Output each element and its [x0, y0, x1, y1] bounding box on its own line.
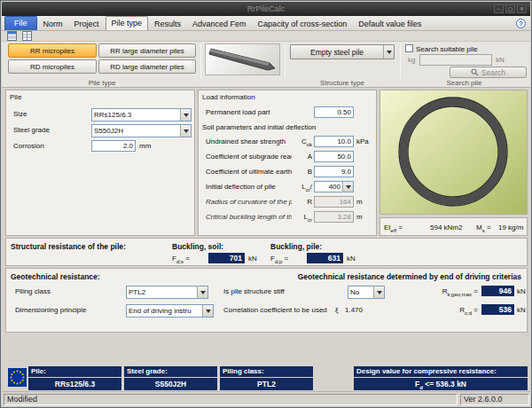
tab-project[interactable]: Project — [69, 18, 105, 30]
ei-sym: EI — [384, 224, 391, 231]
field-value: 10.0 — [337, 137, 351, 145]
rk-value: 946 — [499, 286, 512, 295]
pile-cross-section — [379, 90, 528, 215]
pile-stiff-combo[interactable]: No — [348, 286, 385, 299]
ms-value: 19 kg/m — [498, 224, 523, 231]
status-modified: Modified — [4, 394, 458, 405]
search-weight-input — [419, 54, 492, 66]
close-button[interactable]: ✕ — [517, 4, 527, 13]
sym-sub: uk — [307, 142, 312, 147]
critical-buckling-length-field: 3.28 — [314, 211, 354, 223]
tab-pile-type[interactable]: Pile type — [106, 16, 149, 30]
chevron-down-icon — [342, 182, 353, 192]
initial-deflection-combo[interactable]: 400 — [314, 181, 354, 192]
tab-norm[interactable]: Norm — [38, 18, 68, 30]
fds-label: Fd;s = — [172, 255, 190, 264]
field-value: 164 — [340, 198, 351, 206]
summary-steel-grade-header: Steel grade: — [124, 366, 217, 377]
group-separator — [400, 43, 401, 79]
permanent-load-input[interactable]: 0.50 — [314, 106, 354, 118]
group-separator — [200, 43, 201, 79]
dimensioning-principle-combo[interactable]: End of driving instru — [126, 304, 214, 318]
report-icon[interactable] — [6, 31, 18, 42]
fds-sub: d;s — [176, 259, 184, 264]
chevron-down-icon — [373, 286, 384, 298]
sym-base: A — [308, 153, 312, 161]
ms-sub: s — [482, 228, 485, 233]
fds-eq: = — [185, 255, 190, 263]
rcd-unit: kN — [517, 306, 526, 314]
sym-base: B — [308, 168, 312, 176]
fds-unit: kN — [248, 255, 257, 263]
correlation-coefficient-label: Correlation coefficient to be used — [223, 306, 327, 314]
grid-icon[interactable] — [21, 31, 33, 42]
rcd-sub: c;d — [465, 310, 472, 316]
rd-large-diameter-piles-button[interactable]: RD large diameter piles — [98, 59, 196, 74]
earth-pressure-input[interactable]: 9.0 — [314, 166, 354, 177]
field-value: 50.0 — [337, 153, 351, 161]
tab-capacity-of-cross-section[interactable]: Capacity of cross-section — [253, 18, 353, 30]
permanent-load-value: 0.50 — [337, 108, 351, 116]
ei-eq: = — [398, 224, 403, 231]
structure-type-dropdown[interactable]: Empty steel pile — [290, 44, 395, 59]
maximize-button[interactable]: ▢ — [505, 4, 515, 13]
field-value: 400 — [315, 183, 342, 191]
undrained-shear-strength-symbol: Cuk — [291, 137, 312, 147]
critical-buckling-length-unit: m — [356, 213, 363, 221]
size-value: RRs125/6.3 — [92, 111, 180, 119]
rcd-value: 536 — [499, 305, 512, 314]
piling-class-label: Piling class — [15, 287, 51, 295]
radius-of-curvature-field: 164 — [314, 196, 354, 208]
title-bar: RrPileCalc – ▢ ✕ — [2, 2, 530, 16]
help-icon[interactable]: ? — [516, 19, 526, 28]
subgrade-reaction-symbol: A — [291, 153, 312, 162]
chevron-down-icon — [197, 286, 207, 298]
search-suitable-pile-label: Search suitable pile — [416, 45, 478, 53]
subgrade-reaction-input[interactable]: 50.0 — [314, 151, 354, 162]
tab-file[interactable]: File — [4, 16, 37, 30]
chevron-down-icon — [180, 109, 191, 121]
window-title: RrPileCalc — [247, 4, 286, 13]
ms-sym: M — [476, 224, 482, 231]
corrosion-input[interactable]: 2.0 — [91, 140, 136, 152]
ribbon: RR micropiles RR large diameter piles RD… — [2, 42, 530, 88]
undrained-shear-strength-label: Undrained shear strength — [206, 137, 292, 145]
size-combo[interactable]: RRs125/6.3 — [91, 108, 192, 122]
sym-sub: cr — [308, 217, 312, 223]
ei-sub: eff — [391, 228, 397, 233]
tab-default-value-files[interactable]: Default value files — [353, 18, 426, 30]
piling-class-combo[interactable]: PTL2 — [126, 286, 208, 299]
pile-panel-title: Pile — [10, 93, 21, 101]
rk-geo-max-value-box: 946 — [481, 286, 514, 296]
load-panel: Load information Permanent load part 0.5… — [198, 90, 377, 236]
radius-of-curvature-label: Radius of curvature of the pile — [206, 198, 292, 206]
corrosion-label: Corrosion — [13, 142, 44, 150]
app-window: RrPileCalc – ▢ ✕ File Norm Project Pile … — [0, 0, 532, 408]
tab-results[interactable]: Results — [149, 18, 186, 30]
undrained-shear-strength-input[interactable]: 10.0 — [314, 136, 354, 147]
pile-panel: Pile Size RRs125/6.3 Steel grade S550J2H… — [5, 90, 195, 236]
xi-value: 1.470 — [345, 306, 363, 314]
magnifier-icon — [471, 68, 479, 76]
critical-buckling-length-label: Critical buckling length of the pile — [206, 213, 292, 221]
force-unit-label: kN — [496, 56, 505, 64]
critical-buckling-length-symbol: Lcr — [291, 213, 312, 223]
quick-toolbar — [2, 31, 530, 42]
rd-micropiles-button[interactable]: RD micropiles — [8, 59, 97, 74]
rk-sub: k;geo;max — [447, 292, 472, 297]
rr-large-diameter-piles-button[interactable]: RR large diameter piles — [98, 43, 196, 58]
weight-unit-label: kg — [408, 56, 415, 64]
earth-pressure-symbol: B — [291, 168, 312, 177]
load-info-title: Load information — [202, 93, 255, 101]
rr-micropiles-button[interactable]: RR micropiles — [8, 43, 97, 58]
search-button-label: Search — [481, 68, 505, 77]
fdp-value: 631 — [328, 254, 340, 263]
steel-grade-combo[interactable]: S550J2H — [91, 124, 192, 137]
permanent-load-label: Permanent load part — [206, 108, 270, 116]
fdp-label: Fd;p = — [270, 255, 288, 264]
minimize-button[interactable]: – — [494, 4, 504, 13]
steel-grade-label: Steel grade — [13, 126, 50, 134]
tab-advanced-fem[interactable]: Advanced Fem — [187, 18, 252, 30]
search-suitable-pile-checkbox[interactable] — [405, 44, 413, 52]
summary-pile-header: Pile: — [28, 366, 121, 377]
